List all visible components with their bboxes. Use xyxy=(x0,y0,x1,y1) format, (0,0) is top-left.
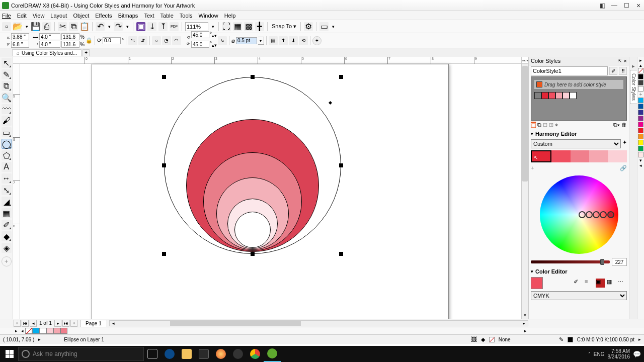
language-indicator[interactable]: ENG xyxy=(594,351,605,357)
style-swatch[interactable] xyxy=(534,92,541,99)
launch-dropdown[interactable]: ▾ xyxy=(331,22,336,31)
chrome-icon[interactable] xyxy=(247,346,264,362)
crop-tool[interactable]: ⧉ xyxy=(2,81,12,91)
undo-button[interactable]: ↶ xyxy=(96,22,105,31)
color-proof-icon[interactable]: 🖼 xyxy=(471,336,477,343)
task-view-button[interactable] xyxy=(144,346,161,362)
menu-bitmaps[interactable]: Bitmaps xyxy=(118,13,138,19)
clock-time[interactable]: 7:58 AM xyxy=(608,348,630,354)
explorer-icon[interactable] xyxy=(178,346,195,362)
redo-button[interactable]: ↷ xyxy=(114,22,123,31)
hscroll-left[interactable]: ◂ xyxy=(110,320,117,327)
harmony-node[interactable] xyxy=(600,211,607,218)
selection-handle-se[interactable] xyxy=(339,252,343,256)
color-sliders-button[interactable]: ≡ xyxy=(585,279,594,288)
page-next-button[interactable]: ▸ xyxy=(54,320,61,327)
start-angle-field[interactable] xyxy=(191,31,209,38)
search-content-button[interactable]: ▣ xyxy=(136,22,145,31)
color-style-dropzone[interactable]: Drag here to add color style xyxy=(531,76,627,121)
selection-handle-nw[interactable] xyxy=(162,75,166,79)
to-front-button[interactable]: ⬆ xyxy=(279,36,288,45)
zoom-out-button[interactable] xyxy=(530,320,644,327)
docker-close-icon[interactable]: × xyxy=(624,58,627,64)
outline-swatch[interactable] xyxy=(568,337,573,342)
docpal-no-color[interactable] xyxy=(25,328,32,334)
harmony-node[interactable] xyxy=(593,211,600,218)
store-icon[interactable] xyxy=(195,346,212,362)
minimize-button[interactable]: — xyxy=(609,1,620,10)
outline-width-dropdown[interactable]: ▾ xyxy=(258,37,264,45)
show-guidelines-button[interactable]: ╋ xyxy=(255,22,264,31)
harmony-node[interactable] xyxy=(586,211,593,218)
status-outline-menu[interactable]: ▸ xyxy=(638,337,641,342)
palette-swatch[interactable] xyxy=(638,140,643,145)
freehand-tool[interactable]: 〰 xyxy=(2,104,12,114)
ellipse-inner[interactable] xyxy=(234,212,271,248)
arc-button[interactable]: ◠ xyxy=(172,36,181,45)
palette-swatch[interactable] xyxy=(638,122,643,127)
menu-window[interactable]: Window xyxy=(199,13,218,19)
horizontal-scrollbar[interactable]: ◂ ▸ xyxy=(109,320,528,326)
palette-swatch[interactable] xyxy=(638,128,643,133)
harmony-editor-header[interactable]: ▾ Harmony Editor xyxy=(529,129,629,138)
palette-scroll-down[interactable]: ▾ xyxy=(638,158,643,163)
zoom-tool[interactable]: 🔍 xyxy=(2,93,12,103)
start-button[interactable] xyxy=(1,346,18,362)
scrollbar-down[interactable]: ▼ xyxy=(522,312,528,319)
page-add-button[interactable]: + xyxy=(14,320,21,327)
ellipse-button[interactable]: ○ xyxy=(152,36,161,45)
drop-shadow-tool[interactable]: ◢ xyxy=(2,197,12,207)
color-model-select[interactable]: CMYK xyxy=(531,291,627,300)
edge-icon[interactable] xyxy=(161,346,178,362)
style-swatch[interactable] xyxy=(570,92,577,99)
color-palettes-button[interactable]: ▦ xyxy=(607,279,616,288)
smart-fill-tool[interactable]: ◈ xyxy=(2,243,12,253)
copy-button[interactable]: ⧉ xyxy=(69,22,78,31)
docker-tab-color-styles[interactable]: Color Styles xyxy=(630,70,637,104)
current-color-preview[interactable] xyxy=(531,277,543,289)
palette-swatch[interactable] xyxy=(638,104,643,109)
paste-button[interactable]: 📋 xyxy=(80,22,89,31)
menu-tools[interactable]: Tools xyxy=(180,13,193,19)
collapse-icon[interactable]: ▾ xyxy=(531,131,533,136)
palette-swatch[interactable] xyxy=(638,146,643,151)
scrollbar-thumb[interactable] xyxy=(522,66,528,182)
palette-swatch[interactable] xyxy=(638,116,643,121)
harmony-swatch[interactable] xyxy=(608,150,627,162)
collapse-icon[interactable]: ▾ xyxy=(531,269,533,274)
menu-layout[interactable]: Layout xyxy=(50,13,67,19)
docpal-swatch[interactable] xyxy=(39,328,46,334)
view-button[interactable]: ⧉▾ xyxy=(613,122,620,128)
selection-handle-ne[interactable] xyxy=(339,75,343,79)
launch-button[interactable]: ▭ xyxy=(319,22,329,31)
maximize-button[interactable]: ☐ xyxy=(621,1,632,10)
artistic-media-tool[interactable]: 🖌 xyxy=(2,116,12,126)
docpal-swatch[interactable] xyxy=(53,328,60,334)
parallel-dim-tool[interactable]: ↔ xyxy=(2,173,12,184)
fill-swatch[interactable] xyxy=(489,337,495,342)
hscroll-right[interactable]: ▸ xyxy=(520,320,527,327)
harmony-swatch[interactable] xyxy=(589,150,608,162)
new-document-tab[interactable]: + xyxy=(83,49,90,56)
open-button[interactable]: 📂 xyxy=(13,22,22,31)
redo-dropdown[interactable]: ▾ xyxy=(125,22,130,31)
transparency-tool[interactable]: ▦ xyxy=(2,208,12,218)
y-position-field[interactable] xyxy=(11,41,29,48)
canvas-area[interactable]: 0 1 2 3 4 5 6 7 8 9 inches 9 8 7 6 xyxy=(13,57,528,319)
palette-swatch[interactable] xyxy=(638,80,643,85)
palette-expand[interactable]: ◂ xyxy=(638,163,643,168)
end-angle-spinner[interactable]: ▴▾ xyxy=(212,41,217,50)
rotation-field[interactable] xyxy=(103,37,121,44)
page-first-button[interactable]: ⏮ xyxy=(22,320,29,327)
mirror-h-button[interactable]: ⇋ xyxy=(128,36,137,45)
export-button[interactable]: ⤒ xyxy=(158,22,168,31)
import-button[interactable]: ⤓ xyxy=(147,22,156,31)
eyedropper-tool[interactable]: ✐ xyxy=(2,220,12,230)
docpal-swatch[interactable] xyxy=(46,328,53,334)
new-button[interactable]: ▫ xyxy=(2,22,11,31)
palette-swatch[interactable] xyxy=(638,110,643,115)
page-add-end-button[interactable]: + xyxy=(70,320,77,327)
color-style-name-field[interactable] xyxy=(531,66,608,75)
harmony-options-button[interactable]: ✦ xyxy=(622,139,627,148)
to-back-button[interactable]: ⬇ xyxy=(289,36,298,45)
